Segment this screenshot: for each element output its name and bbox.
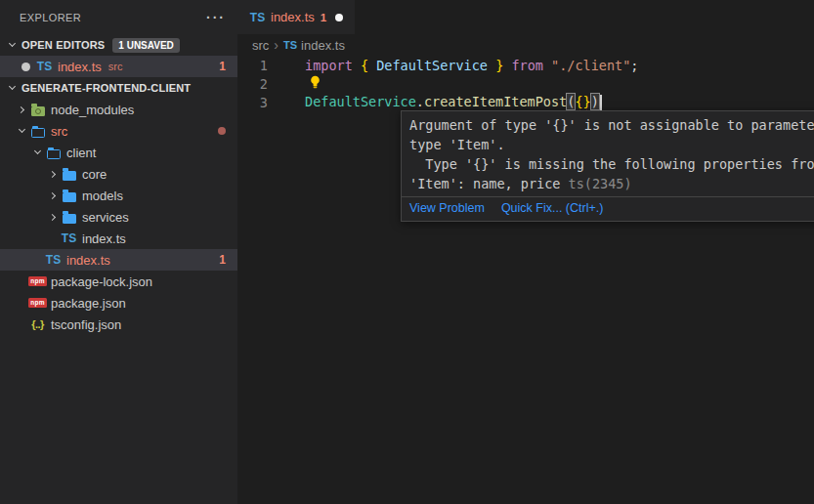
tree-item-label: models (82, 189, 123, 203)
chevron-spacer (45, 231, 61, 246)
folder-open-icon (45, 145, 62, 160)
error-count-badge: 1 (219, 60, 226, 73)
tab-error-badge: 1 (321, 12, 326, 23)
npm-icon: npm (29, 273, 46, 289)
error-hover-tooltip: Argument of type '{}' is not assignable … (401, 110, 814, 222)
code-text (305, 74, 321, 93)
open-editor-item-index-ts[interactable]: TS index.ts src 1 (0, 56, 237, 77)
typescript-icon: TS (283, 39, 297, 51)
chevron-right-icon (45, 209, 61, 225)
tab-index-ts[interactable]: TS index.ts 1 (237, 0, 355, 34)
modified-dot-icon[interactable] (21, 63, 30, 71)
error-message-line: Type '{}' is missing the following prope… (409, 154, 814, 174)
folder-open-icon (29, 123, 46, 139)
line-number: 1 (237, 58, 268, 73)
section-label: GENERATE-FRONTEND-CLIENT (21, 82, 191, 94)
chevron-right-icon (45, 188, 61, 203)
tree-item-tsconfig-json[interactable]: {..}tsconfig.json (0, 314, 237, 335)
typescript-icon: TS (61, 231, 77, 246)
tree-item-label: tsconfig.json (51, 317, 121, 332)
unsaved-dot-icon[interactable] (335, 14, 343, 21)
code-text: import { DefaultService } from "./client… (305, 58, 639, 73)
file-tree: node_modulessrcclientcoremodelsservicesT… (0, 99, 237, 335)
sidebar-header: EXPLORER ··· (0, 0, 237, 34)
tree-item-models[interactable]: models (0, 185, 237, 206)
tooltip-actions: View Problem Quick Fix... (Ctrl+.) (402, 196, 814, 221)
tree-item-label: client (66, 146, 96, 160)
tree-item-package-json[interactable]: npmpackage.json (0, 292, 237, 314)
open-editor-filename: index.ts (58, 60, 102, 74)
error-message-line: type 'Item'. (409, 135, 814, 154)
open-editor-path: src (108, 61, 123, 72)
tree-item-index-ts[interactable]: TSindex.ts1 (0, 249, 237, 271)
typescript-icon: TS (36, 59, 53, 74)
breadcrumb-file[interactable]: index.ts (301, 38, 345, 53)
modified-indicator-icon (218, 127, 226, 135)
chevron-down-icon (29, 145, 45, 160)
view-problem-link[interactable]: View Problem (409, 201, 485, 215)
section-label: OPEN EDITORS (21, 39, 105, 51)
typescript-icon: TS (249, 10, 266, 25)
node-modules-folder-icon (29, 102, 46, 117)
folder-icon (61, 166, 77, 182)
folder-icon (61, 188, 77, 203)
chevron-right-icon (14, 102, 29, 117)
tree-item-label: services (82, 210, 129, 225)
code-line-2[interactable]: 2 (237, 74, 814, 93)
tree-item-src[interactable]: src (0, 120, 237, 142)
chevron-down-icon (14, 123, 29, 139)
more-actions-icon[interactable]: ··· (206, 13, 226, 22)
tab-bar: TS index.ts 1 (237, 0, 814, 34)
folder-icon (61, 209, 77, 225)
tree-item-services[interactable]: services (0, 206, 237, 228)
chevron-down-icon (4, 37, 20, 53)
typescript-icon: TS (45, 252, 62, 268)
sidebar-title: EXPLORER (20, 12, 81, 23)
code-line-3[interactable]: 3DefaultService.createItemItemPost({}) (237, 93, 814, 111)
line-number: 2 (237, 76, 268, 92)
chevron-spacer (14, 273, 29, 289)
code-editor[interactable]: 1import { DefaultService } from "./clien… (237, 56, 814, 111)
error-message: Argument of type '{}' is not assignable … (402, 111, 814, 196)
breadcrumb: src › TS index.ts (237, 34, 814, 56)
tab-filename: index.ts (271, 10, 315, 24)
explorer-sidebar: EXPLORER ··· OPEN EDITORS 1 UNSAVED TS i… (0, 0, 237, 504)
code-text: DefaultService.createItemItemPost({}) (305, 94, 602, 110)
json-config-icon: {..} (29, 316, 46, 332)
chevron-spacer (14, 316, 29, 332)
chevron-spacer (29, 252, 45, 268)
quick-fix-link[interactable]: Quick Fix... (Ctrl+.) (501, 201, 604, 215)
lightbulb-icon[interactable] (309, 75, 321, 90)
tree-item-label: node_modules (51, 103, 134, 117)
tree-item-label: package.json (51, 296, 126, 311)
chevron-right-icon (45, 166, 61, 182)
chevron-right-icon: › (274, 38, 278, 52)
tree-item-index-ts[interactable]: TSindex.ts (0, 228, 237, 249)
tree-item-node-modules[interactable]: node_modules (0, 99, 237, 120)
tree-item-client[interactable]: client (0, 142, 237, 163)
code-line-1[interactable]: 1import { DefaultService } from "./clien… (237, 56, 814, 74)
tree-item-label: core (82, 167, 107, 182)
tree-item-label: package-lock.json (51, 274, 152, 289)
npm-icon: npm (29, 295, 46, 311)
tree-item-label: index.ts (66, 253, 110, 268)
line-number: 3 (237, 95, 268, 110)
chevron-spacer (14, 295, 29, 311)
error-count-badge: 1 (219, 253, 226, 267)
error-message-line: Argument of type '{}' is not assignable … (409, 115, 814, 135)
tree-item-label: index.ts (82, 231, 126, 246)
project-section-header[interactable]: GENERATE-FRONTEND-CLIENT (0, 77, 237, 99)
tree-item-label: src (51, 124, 67, 139)
error-message-line: 'Item': name, price ts(2345) (409, 174, 814, 193)
editor-group: TS index.ts 1 src › TS index.ts 1import … (237, 0, 814, 504)
chevron-down-icon (4, 80, 20, 96)
tree-item-core[interactable]: core (0, 163, 237, 185)
breadcrumb-folder[interactable]: src (252, 38, 269, 53)
open-editors-section-header[interactable]: OPEN EDITORS 1 UNSAVED (0, 34, 237, 56)
tree-item-package-lock-json[interactable]: npmpackage-lock.json (0, 271, 237, 292)
text-cursor (600, 95, 602, 110)
unsaved-badge: 1 UNSAVED (112, 38, 180, 53)
